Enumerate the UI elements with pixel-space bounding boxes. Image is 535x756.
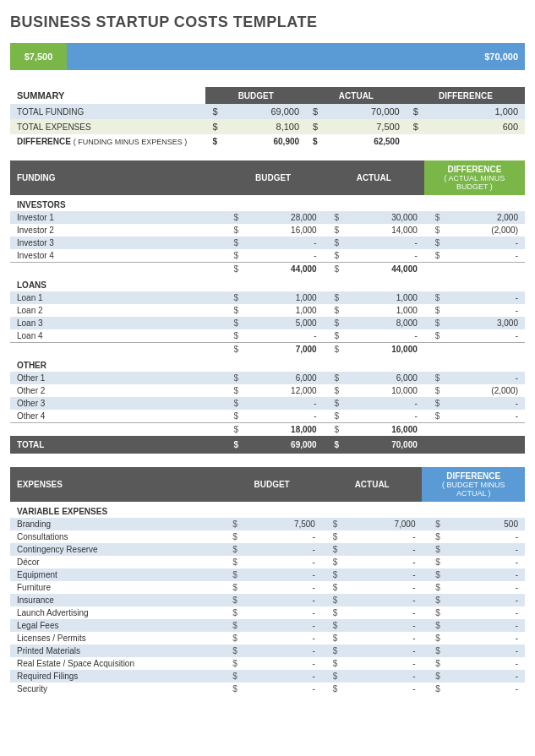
table-row: Loan 4 — [10, 329, 223, 343]
table-row: Security — [10, 683, 221, 695]
progress-bar-fill: $7,500 — [10, 43, 67, 70]
table-row: Loan 1 — [10, 291, 223, 304]
summary-budget-header: BUDGET — [205, 87, 306, 104]
funding-col-budget: BUDGET — [223, 160, 324, 195]
table-row: Other 3 — [10, 397, 223, 410]
table-row: Branding — [10, 518, 221, 530]
section-header: INVESTORS — [10, 195, 525, 211]
table-row: Investor 3 — [10, 237, 223, 249]
table-row: Other 2 — [10, 384, 223, 397]
summary-actual-header: ACTUAL — [306, 87, 407, 104]
summary-row-label: TOTAL EXPENSES — [10, 119, 205, 134]
funding-table: FUNDING BUDGET ACTUAL DIFFERENCE( ACTUAL… — [10, 160, 525, 454]
expenses-col-label: EXPENSES — [10, 467, 221, 502]
progress-bar: $7,500 $70,000 — [10, 43, 525, 70]
table-row: Loan 3 — [10, 317, 223, 329]
table-row: Investor 4 — [10, 249, 223, 263]
table-row: Investor 2 — [10, 224, 223, 237]
table-row: Equipment — [10, 568, 221, 581]
expenses-col-actual: ACTUAL — [322, 467, 423, 502]
funding-col-difference: DIFFERENCE( ACTUAL MINUS BUDGET ) — [424, 160, 525, 195]
funding-col-actual: ACTUAL — [324, 160, 424, 195]
summary-header: SUMMARY — [10, 87, 205, 104]
table-row: Insurance — [10, 594, 221, 606]
total-label: TOTAL — [10, 436, 223, 454]
table-row: Licenses / Permits — [10, 632, 221, 645]
expenses-col-difference: DIFFERENCE( BUDGET MINUS ACTUAL ) — [422, 467, 525, 502]
progress-end-label: $70,000 — [484, 52, 518, 62]
page-title: BUSINESS STARTUP COSTS TEMPLATE — [10, 14, 525, 31]
table-row: Launch Advertising — [10, 606, 221, 619]
table-row: Furniture — [10, 581, 221, 594]
expenses-section-header: VARIABLE EXPENSES — [10, 502, 525, 518]
progress-start-label: $7,500 — [25, 52, 53, 62]
section-header: OTHER — [10, 356, 525, 372]
funding-col-label: FUNDING — [10, 160, 223, 195]
table-row: Other 4 — [10, 410, 223, 423]
expenses-table: EXPENSES BUDGET ACTUAL DIFFERENCE( BUDGE… — [10, 467, 525, 695]
table-row: Printed Materials — [10, 645, 221, 657]
section-header: LOANS — [10, 275, 525, 291]
expenses-col-budget: BUDGET — [221, 467, 322, 502]
table-row: Other 1 — [10, 372, 223, 384]
table-row: Required Filings — [10, 670, 221, 683]
table-row: Décor — [10, 556, 221, 568]
table-row: Real Estate / Space Acquisition — [10, 657, 221, 670]
table-row: Loan 2 — [10, 304, 223, 317]
table-row: Investor 1 — [10, 211, 223, 224]
difference-row-label: DIFFERENCE ( FUNDING MINUS EXPENSES ) — [10, 134, 205, 149]
summary-row-label: TOTAL FUNDING — [10, 104, 205, 119]
table-row: Contingency Reserve — [10, 543, 221, 556]
summary-difference-header: DIFFERENCE — [407, 87, 525, 104]
table-row: Legal Fees — [10, 619, 221, 632]
summary-table: SUMMARY BUDGET ACTUAL DIFFERENCE TOTAL F… — [10, 87, 525, 149]
table-row: Consultations — [10, 530, 221, 543]
